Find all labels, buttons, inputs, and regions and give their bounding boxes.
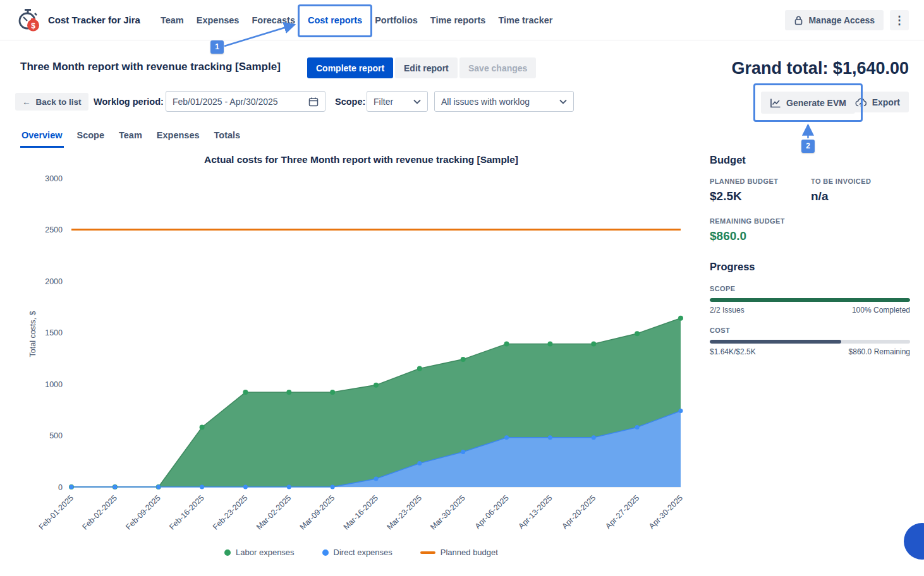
labor-data-point[interactable] [286,390,291,395]
direct-data-point[interactable] [504,435,509,440]
legend-marker-line [420,551,435,554]
svg-text:0: 0 [58,483,63,492]
direct-data-point[interactable] [592,435,596,440]
labor-data-point[interactable] [547,341,552,346]
scope-filter-select[interactable]: Filter [367,91,428,112]
back-to-list-button[interactable]: ← Back to list [15,93,88,111]
direct-data-point[interactable] [417,461,422,465]
to-be-invoiced-label: TO BE INVOICED [811,177,871,185]
back-to-list-label: Back to list [36,97,82,107]
svg-text:Mar-30-2025: Mar-30-2025 [429,493,467,532]
legend-item-planned-budget[interactable]: Planned budget [420,548,498,557]
cost-progress-fill [710,340,841,344]
direct-data-point[interactable] [635,425,640,429]
progress-section-title: Progress [710,261,910,273]
svg-text:1500: 1500 [45,328,63,337]
direct-data-point[interactable] [70,485,74,489]
direct-data-point[interactable] [112,485,117,489]
actual-costs-chart: 050010001500200025003000Feb-01-2025Feb-0… [15,169,707,545]
annotation-step-2-badge: 2 [801,140,815,153]
svg-text:2000: 2000 [45,277,63,286]
direct-data-point[interactable] [679,409,683,413]
labor-data-point[interactable] [200,424,205,429]
legend-item-direct-expenses[interactable]: Direct expenses [322,548,392,557]
issues-filter-select[interactable]: All issues with worklog [434,91,574,112]
actual-costs-chart-panel: Actual costs for Three Month report with… [15,150,707,572]
direct-data-point[interactable] [287,485,291,489]
chevron-down-icon [559,99,567,104]
labor-data-point[interactable] [417,366,422,371]
svg-text:Total costs, $: Total costs, $ [28,311,37,357]
scope-progress-bar [710,298,910,302]
svg-text:3000: 3000 [45,174,63,183]
labor-data-point[interactable] [330,390,335,395]
svg-text:Apr-30-2025: Apr-30-2025 [647,493,684,531]
legend-item-labor-expenses[interactable]: Labor expenses [224,548,295,557]
svg-text:Mar-23-2025: Mar-23-2025 [385,493,423,532]
cost-progress-left: $1.64K/$2.5K [710,347,756,356]
remaining-budget-block: REMAINING BUDGET $860.0 [710,217,910,243]
planned-budget-value: $2.5K [710,189,811,203]
planned-budget-label: PLANNED BUDGET [710,177,811,185]
svg-text:Mar-16-2025: Mar-16-2025 [342,493,380,532]
lock-icon [794,15,803,25]
svg-text:Apr-13-2025: Apr-13-2025 [517,493,554,531]
page-title: Three Month report with revenue tracking… [20,61,281,73]
manage-access-button[interactable]: Manage Access [785,10,884,30]
report-toolbar: ← Back to list Worklog period: Feb/01/20… [15,91,909,114]
nav-item-time-tracker[interactable]: Time tracker [497,11,554,29]
direct-data-point[interactable] [156,485,161,489]
save-changes-button[interactable]: Save changes [459,57,536,78]
edit-report-button[interactable]: Edit report [395,57,458,78]
nav-item-portfolios[interactable]: Portfolios [374,11,419,29]
export-label: Export [872,97,900,107]
scope-progress-right: 100% Completed [852,306,910,315]
kebab-menu-button[interactable]: ⋮ [890,10,909,30]
tab-overview[interactable]: Overview [20,128,64,148]
tab-totals[interactable]: Totals [213,128,242,148]
labor-data-point[interactable] [243,390,248,395]
nav-item-expenses[interactable]: Expenses [195,11,241,29]
scope-label: Scope: [335,97,365,107]
direct-data-point[interactable] [243,485,248,489]
svg-text:Mar-02-2025: Mar-02-2025 [255,493,293,532]
nav-item-team[interactable]: Team [159,11,185,29]
chart-title: Actual costs for Three Month report with… [15,150,707,165]
nav-item-cost-reports[interactable]: Cost reports [307,11,363,29]
complete-report-button[interactable]: Complete report [307,57,393,78]
budget-section-title: Budget [710,154,910,166]
cost-progress-bar [710,340,910,344]
app-brand[interactable]: $ Cost Tracker for Jira [15,8,140,33]
remaining-budget-label: REMAINING BUDGET [710,217,910,225]
direct-data-point[interactable] [374,476,379,481]
chevron-down-icon [413,99,421,104]
tab-team[interactable]: Team [118,128,143,148]
export-button[interactable]: Export [846,92,909,112]
svg-text:Mar-09-2025: Mar-09-2025 [298,493,337,532]
labor-data-point[interactable] [461,357,466,362]
tab-expenses[interactable]: Expenses [155,128,201,148]
labor-data-point[interactable] [591,341,596,346]
svg-text:Apr-20-2025: Apr-20-2025 [560,493,597,531]
floating-help-button[interactable] [904,523,924,560]
labor-data-point[interactable] [504,341,509,346]
direct-data-point[interactable] [548,435,552,440]
generate-evm-button[interactable]: Generate EVM [761,92,855,114]
legend-label: Labor expenses [236,548,295,557]
nav-item-forecasts[interactable]: Forecasts [250,11,296,29]
svg-text:Apr-06-2025: Apr-06-2025 [473,493,511,531]
direct-data-point[interactable] [200,485,204,489]
app-window: $ Cost Tracker for Jira TeamExpensesFore… [0,0,924,576]
direct-data-point[interactable] [461,450,465,454]
tab-scope[interactable]: Scope [76,128,106,148]
nav-item-time-reports[interactable]: Time reports [429,11,487,29]
labor-data-point[interactable] [635,331,640,336]
labor-data-point[interactable] [678,316,683,321]
report-tabs: OverviewScopeTeamExpensesTotals [20,128,241,148]
svg-text:$: $ [31,21,35,30]
budget-progress-sidebar: Budget PLANNED BUDGET $2.5K TO BE INVOIC… [710,154,910,356]
worklog-period-input[interactable]: Feb/01/2025 - Apr/30/2025 [166,91,325,112]
labor-data-point[interactable] [374,383,379,388]
direct-data-point[interactable] [331,485,335,489]
scope-progress-left: 2/2 Issues [710,306,745,315]
